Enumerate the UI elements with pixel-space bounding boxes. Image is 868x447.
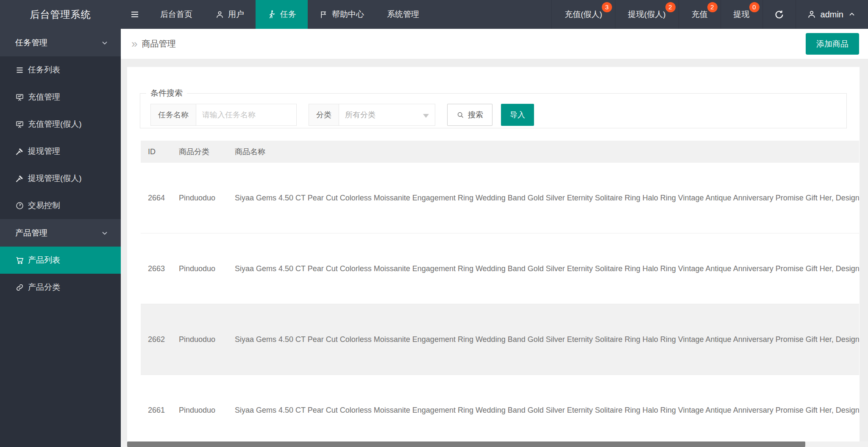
sidebar-item-label: 产品分类 (28, 282, 60, 293)
billboard-icon (15, 120, 24, 129)
horizontal-scrollbar[interactable] (121, 441, 868, 447)
cell-name: Siyaa Gems 4.50 CT Pear Cut Colorless Mo… (235, 194, 859, 203)
category-select[interactable]: 所有分类 (339, 104, 435, 126)
search-form: 任务名称 分类 所有分类 搜索 导入 (150, 104, 846, 126)
table-row: 2663 Pinduoduo Siyaa Gems 4.50 CT Pear C… (141, 233, 859, 304)
cell-category: Pinduoduo (179, 406, 235, 415)
walking-person-icon (267, 10, 276, 19)
tab-home-label: 后台首页 (160, 9, 192, 20)
section-label: 任务管理 (15, 37, 47, 48)
sidebar-item-label: 充值管理(假人) (28, 119, 82, 130)
recharge-fake-badge: 3 (602, 2, 612, 12)
quick-withdraw[interactable]: 提现 0 (721, 0, 762, 29)
refresh-button[interactable] (762, 0, 796, 29)
page-title: 商品管理 (142, 38, 175, 50)
chevron-up-icon (848, 10, 856, 19)
cell-id: 2661 (141, 406, 179, 415)
column-header-name: 商品名称 (235, 147, 859, 157)
sidebar-item-withdraw-management-fake[interactable]: 提现管理(假人) (0, 165, 121, 192)
tab-help-center-label: 帮助中心 (332, 9, 364, 20)
cell-name: Siyaa Gems 4.50 CT Pear Cut Colorless Mo… (235, 335, 859, 344)
tab-system[interactable]: 系统管理 (376, 0, 431, 29)
table-row: 2661 Pinduoduo Siyaa Gems 4.50 CT Pear C… (141, 375, 859, 446)
billboard-icon (15, 93, 24, 102)
sidebar-toggle-button[interactable] (121, 0, 149, 29)
search-panel-legend: 条件搜索 (146, 88, 187, 99)
sidebar-item-label: 任务列表 (28, 64, 60, 75)
cell-name: Siyaa Gems 4.50 CT Pear Cut Colorless Mo… (235, 406, 859, 415)
search-panel: 条件搜索 任务名称 分类 所有分类 搜索 导入 (140, 88, 847, 128)
cell-name: Siyaa Gems 4.50 CT Pear Cut Colorless Mo… (235, 264, 859, 273)
quick-withdraw-fake-label: 提现(假人) (628, 9, 666, 20)
quick-recharge-fake[interactable]: 充值(假人) 3 (551, 0, 615, 29)
quick-withdraw-label: 提现 (734, 9, 750, 20)
search-button[interactable]: 搜索 (447, 104, 492, 126)
top-navbar: 后台管理系统 后台首页 用户 任务 帮助中心 (0, 0, 868, 29)
username: admin (821, 10, 843, 19)
cell-id: 2663 (141, 264, 179, 273)
quick-withdraw-fake[interactable]: 提现(假人) 2 (615, 0, 679, 29)
tab-users-label: 用户 (228, 9, 244, 20)
cell-id: 2662 (141, 335, 179, 344)
cell-category: Pinduoduo (179, 335, 235, 344)
sidebar-section-product-management[interactable]: 产品管理 (0, 219, 121, 247)
cart-icon (15, 256, 24, 265)
column-header-id: ID (141, 147, 179, 156)
tab-users[interactable]: 用户 (204, 0, 256, 29)
section-label: 产品管理 (15, 228, 47, 239)
import-button[interactable]: 导入 (501, 104, 534, 126)
sidebar-item-product-list[interactable]: 产品列表 (0, 247, 121, 274)
sidebar-item-label: 提现管理(假人) (28, 173, 82, 184)
sidebar-item-withdraw-management[interactable]: 提现管理 (0, 138, 121, 165)
sidebar-item-label: 提现管理 (28, 146, 60, 157)
gauge-icon (15, 201, 24, 210)
quick-recharge-fake-label: 充值(假人) (565, 9, 602, 20)
breadcrumb-separator-icon: » (131, 37, 137, 50)
tab-system-label: 系统管理 (387, 9, 419, 20)
gavel-icon (15, 174, 24, 183)
sidebar: 任务管理 任务列表 充值管理 充值管理(假人) 提现管理 提现管理(假人) (0, 29, 121, 447)
category-selected-value: 所有分类 (345, 110, 376, 120)
sidebar-item-product-category[interactable]: 产品分类 (0, 274, 121, 301)
refresh-icon (774, 9, 785, 20)
content-card: 条件搜索 任务名称 分类 所有分类 搜索 导入 (127, 67, 860, 447)
cell-category: Pinduoduo (179, 194, 235, 203)
breadcrumb: » 商品管理 添加商品 (121, 29, 868, 59)
recharge-badge: 2 (707, 2, 718, 12)
search-icon (456, 111, 465, 119)
withdraw-fake-badge: 2 (665, 2, 676, 12)
sidebar-item-trade-control[interactable]: 交易控制 (0, 192, 121, 219)
sidebar-item-task-list[interactable]: 任务列表 (0, 56, 121, 83)
link-icon (15, 283, 24, 292)
user-menu[interactable]: admin (796, 0, 868, 29)
horizontal-scrollbar-thumb[interactable] (127, 441, 805, 447)
sidebar-item-recharge-management-fake[interactable]: 充值管理(假人) (0, 111, 121, 138)
tab-home[interactable]: 后台首页 (149, 0, 204, 29)
gavel-icon (15, 147, 24, 156)
search-button-label: 搜索 (468, 110, 483, 120)
task-name-label: 任务名称 (150, 104, 196, 126)
flag-icon (319, 10, 328, 19)
tab-help-center[interactable]: 帮助中心 (308, 0, 376, 29)
sidebar-item-label: 交易控制 (28, 200, 60, 211)
user-avatar-icon (807, 10, 816, 19)
sidebar-section-task-management[interactable]: 任务管理 (0, 29, 121, 56)
quick-recharge[interactable]: 充值 2 (679, 0, 721, 29)
sidebar-item-recharge-management[interactable]: 充值管理 (0, 83, 121, 111)
column-header-category: 商品分类 (179, 147, 235, 157)
list-icon (15, 66, 24, 75)
navbar-quick-links: 充值(假人) 3 提现(假人) 2 充值 2 提现 0 admin (551, 0, 868, 29)
navbar-menu: 后台首页 用户 任务 帮助中心 系统管理 (121, 0, 431, 29)
tab-tasks[interactable]: 任务 (256, 0, 308, 29)
table-row: 2664 Pinduoduo Siyaa Gems 4.50 CT Pear C… (141, 163, 859, 233)
add-product-button[interactable]: 添加商品 (806, 33, 859, 55)
cell-id: 2664 (141, 194, 179, 203)
task-name-input[interactable] (196, 104, 297, 126)
product-table: ID 商品分类 商品名称 2664 Pinduoduo Siyaa Gems 4… (141, 141, 859, 446)
category-label: 分类 (309, 104, 339, 126)
sidebar-item-label: 充值管理 (28, 92, 60, 103)
table-header-row: ID 商品分类 商品名称 (141, 141, 859, 163)
sidebar-item-label: 产品列表 (28, 255, 60, 266)
chevron-down-icon (100, 229, 109, 237)
main-content: » 商品管理 添加商品 条件搜索 任务名称 分类 所有分类 (121, 29, 868, 447)
